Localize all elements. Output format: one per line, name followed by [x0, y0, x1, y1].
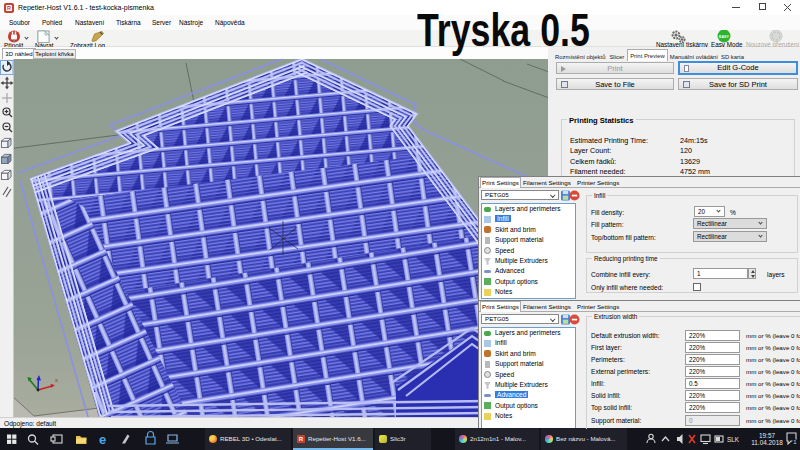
- svg-text:e: e: [99, 432, 106, 447]
- svg-text:EASY: EASY: [719, 35, 729, 39]
- svg-text:x: x: [55, 377, 58, 383]
